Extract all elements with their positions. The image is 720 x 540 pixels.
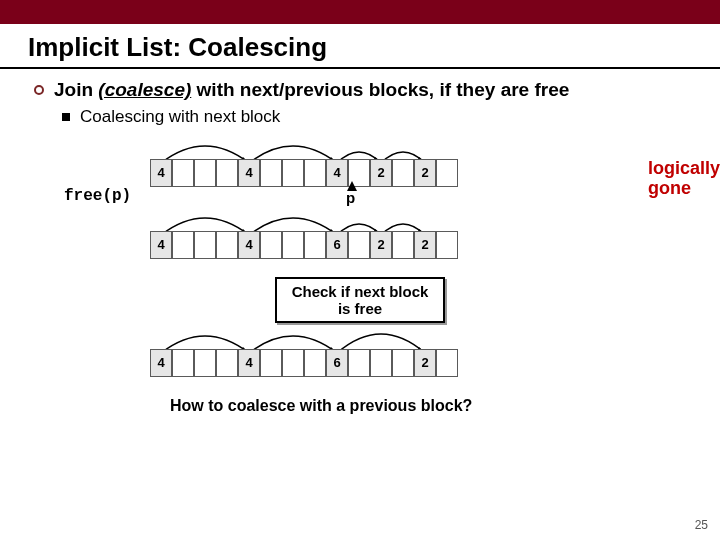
- cell: [194, 159, 216, 187]
- cell: [216, 159, 238, 187]
- cell: [282, 159, 304, 187]
- cell: [216, 231, 238, 259]
- cell: [348, 349, 370, 377]
- cell: [436, 231, 458, 259]
- question: How to coalesce with a previous block?: [170, 397, 670, 415]
- check-line1: Check if next block: [292, 283, 429, 300]
- cell: 4: [238, 349, 260, 377]
- blockrow-2: 4 4 6 2 2: [150, 231, 458, 259]
- cell: 4: [238, 231, 260, 259]
- check-note: Check if next block is free: [275, 277, 445, 323]
- blockrow-3: 4 4 6 2: [150, 349, 458, 377]
- bullet1-underlined: (coalesce): [98, 79, 191, 100]
- title-rule: [0, 67, 720, 69]
- cell: [304, 231, 326, 259]
- cell: [260, 349, 282, 377]
- row-3: 4 4 6 2: [50, 327, 670, 387]
- cell: [282, 349, 304, 377]
- cell: [216, 349, 238, 377]
- check-line2: is free: [338, 300, 382, 317]
- p-label: p: [346, 189, 355, 206]
- cell: 2: [370, 159, 392, 187]
- bullet-2: Coalescing with next block: [28, 107, 692, 127]
- cell: 4: [150, 231, 172, 259]
- cell: [194, 231, 216, 259]
- cell: [172, 159, 194, 187]
- cell: [194, 349, 216, 377]
- top-bar: [0, 0, 720, 24]
- bullet-2-text: Coalescing with next block: [80, 107, 280, 127]
- cell: [260, 159, 282, 187]
- cell: 4: [238, 159, 260, 187]
- cell: [282, 231, 304, 259]
- cell: [436, 159, 458, 187]
- cell: 2: [414, 349, 436, 377]
- cell: 6: [326, 231, 348, 259]
- cell: [370, 349, 392, 377]
- cell: [392, 159, 414, 187]
- cell: 4: [150, 349, 172, 377]
- free-label: free(p): [64, 187, 131, 205]
- cell: [436, 349, 458, 377]
- content: Join (coalesce) with next/previous block…: [0, 79, 720, 415]
- bullet1-pre: Join: [54, 79, 98, 100]
- slide-title: Implicit List: Coalescing: [0, 24, 720, 67]
- cell: [392, 231, 414, 259]
- cell: [304, 159, 326, 187]
- bullet-1: Join (coalesce) with next/previous block…: [28, 79, 692, 101]
- cell: 6: [326, 349, 348, 377]
- blockrow-1: 4 4 4 2 2: [150, 159, 458, 187]
- diagram: 4 4 4 2 2 free(p) p logically: [50, 137, 670, 415]
- row-1: 4 4 4 2 2 free(p) p logically: [50, 137, 670, 197]
- cell: [172, 231, 194, 259]
- annotation-line2: gone: [648, 178, 691, 198]
- cell: 2: [370, 231, 392, 259]
- page-number: 25: [695, 518, 708, 532]
- row-2: 4 4 6 2 2: [50, 209, 670, 269]
- cell: 2: [414, 231, 436, 259]
- cell: [304, 349, 326, 377]
- cell: [172, 349, 194, 377]
- cell: 2: [414, 159, 436, 187]
- cell: 4: [326, 159, 348, 187]
- cell: [392, 349, 414, 377]
- bullet-1-text: Join (coalesce) with next/previous block…: [54, 79, 569, 101]
- annotation-line1: logically: [648, 158, 720, 178]
- hollow-circle-icon: [34, 85, 44, 95]
- bullet1-post: with next/previous blocks, if they are f…: [191, 79, 569, 100]
- cell: [260, 231, 282, 259]
- cell: 4: [150, 159, 172, 187]
- square-bullet-icon: [62, 113, 70, 121]
- annotation: logically gone: [648, 159, 720, 199]
- cell: [348, 231, 370, 259]
